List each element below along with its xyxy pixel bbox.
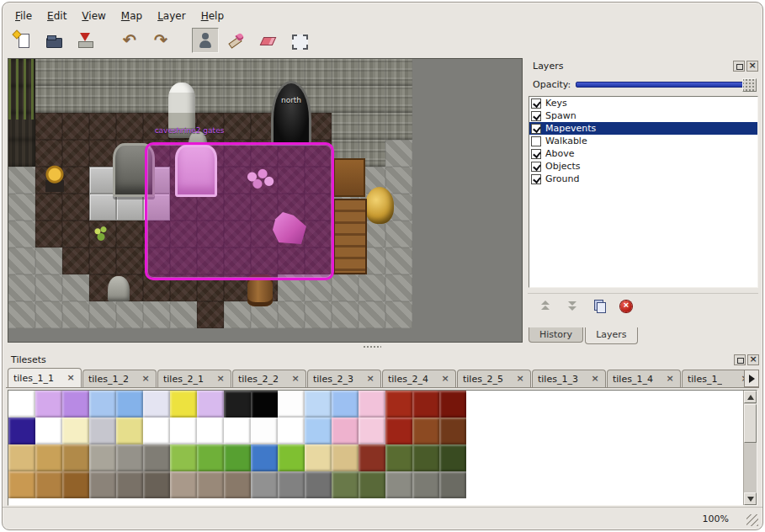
map-tile[interactable] — [8, 274, 35, 301]
palette-tile[interactable] — [439, 418, 466, 444]
map-viewport[interactable]: northcaveshrine2 gates — [8, 58, 523, 343]
palette-tile[interactable] — [62, 418, 89, 444]
tileset-tab-tiles_1_2[interactable]: tiles_1_2 — [82, 370, 157, 388]
palette-tile[interactable] — [143, 444, 170, 471]
duplicate-layer-button[interactable] — [588, 296, 610, 317]
palette-tile[interactable] — [332, 391, 359, 418]
map-tile[interactable] — [305, 301, 332, 328]
map-tile[interactable] — [62, 113, 89, 140]
map-tile[interactable] — [116, 86, 143, 113]
resize-grip[interactable] — [746, 514, 758, 526]
map-tile[interactable] — [62, 301, 89, 328]
palette-tile[interactable] — [62, 444, 89, 471]
map-tile[interactable] — [8, 301, 35, 328]
map-tile[interactable] — [35, 194, 62, 221]
palette-tile[interactable] — [35, 391, 62, 418]
map-tile[interactable] — [89, 113, 116, 140]
palette-tile[interactable] — [385, 418, 412, 444]
palette-tile[interactable] — [439, 391, 466, 418]
map-tile[interactable] — [35, 59, 62, 86]
palette-tile[interactable] — [116, 391, 143, 418]
palette-tile[interactable] — [278, 471, 305, 498]
map-tile[interactable] — [143, 301, 170, 328]
tab-close-icon[interactable] — [215, 375, 226, 385]
map-canvas[interactable]: northcaveshrine2 gates — [8, 59, 412, 328]
palette-tile[interactable] — [359, 391, 385, 418]
palette-tile[interactable] — [8, 471, 35, 498]
map-tile[interactable] — [359, 274, 385, 301]
tileset-tab-tiles_2_4[interactable]: tiles_2_4 — [382, 370, 456, 388]
palette-tile[interactable] — [224, 418, 251, 444]
map-tile[interactable] — [8, 167, 35, 194]
tab-close-icon[interactable] — [665, 375, 675, 385]
menu-view[interactable]: View — [74, 8, 113, 24]
palette-tile[interactable] — [305, 444, 332, 471]
layers-list[interactable]: KeysSpawnMapeventsWalkableAboveObjectsGr… — [529, 96, 758, 288]
map-object-crates[interactable] — [333, 158, 365, 197]
map-tile[interactable] — [143, 59, 170, 86]
palette-tile[interactable] — [251, 418, 278, 444]
map-tile[interactable] — [197, 59, 224, 86]
map-tile[interactable] — [8, 247, 35, 274]
map-tile[interactable] — [385, 301, 412, 328]
map-selection-rect[interactable] — [145, 142, 334, 280]
palette-tile[interactable] — [412, 471, 439, 498]
palette-tile[interactable] — [116, 444, 143, 471]
palette-tile[interactable] — [305, 418, 332, 444]
map-tile[interactable] — [62, 247, 89, 274]
palette-scrollbar[interactable] — [743, 391, 757, 505]
map-tile[interactable] — [116, 113, 143, 140]
horizontal-splitter[interactable] — [8, 343, 523, 352]
tileset-tab-tiles_1_4[interactable]: tiles_1_4 — [607, 370, 681, 388]
palette-tile[interactable] — [116, 471, 143, 498]
map-tile[interactable] — [62, 140, 89, 167]
map-tile[interactable] — [385, 221, 412, 247]
palette-tile[interactable] — [197, 418, 224, 444]
map-tile[interactable] — [359, 86, 385, 113]
map-object-grave-small[interactable] — [108, 276, 130, 301]
map-tile[interactable] — [35, 301, 62, 328]
lower-layer-button[interactable] — [561, 296, 583, 317]
map-tile[interactable] — [116, 194, 143, 221]
map-tile[interactable] — [224, 86, 251, 113]
map-tile[interactable] — [35, 247, 62, 274]
tab-close-icon[interactable] — [590, 375, 600, 385]
palette-tile[interactable] — [305, 471, 332, 498]
palette-tile[interactable] — [412, 418, 439, 444]
opacity-slider[interactable] — [576, 82, 757, 88]
redo-button[interactable]: ↷ — [147, 28, 174, 53]
tab-close-icon[interactable] — [290, 375, 300, 385]
map-tile[interactable] — [332, 301, 359, 328]
palette-tile[interactable] — [359, 471, 385, 498]
map-tile[interactable] — [89, 194, 116, 221]
map-tile[interactable] — [62, 86, 89, 113]
layer-visibility-checkbox[interactable] — [531, 162, 541, 172]
undo-button[interactable]: ↶ — [116, 28, 143, 53]
map-object-vines[interactable] — [8, 59, 35, 120]
layer-visibility-checkbox[interactable] — [531, 124, 541, 134]
map-object-plant[interactable] — [93, 224, 109, 242]
scroll-down-icon[interactable] — [744, 492, 757, 505]
map-tile[interactable] — [278, 301, 305, 328]
layer-visibility-checkbox[interactable] — [531, 149, 541, 159]
tab-history[interactable]: History — [529, 327, 583, 343]
palette-tile[interactable] — [224, 391, 251, 418]
palette-tile[interactable] — [62, 391, 89, 418]
palette-tile[interactable] — [170, 418, 197, 444]
stamp-button[interactable] — [192, 28, 219, 53]
palette-tile[interactable] — [332, 471, 359, 498]
palette-tile[interactable] — [251, 444, 278, 471]
map-tile[interactable] — [385, 274, 412, 301]
map-tile[interactable] — [224, 59, 251, 86]
map-tile[interactable] — [35, 221, 62, 247]
palette-tile[interactable] — [278, 444, 305, 471]
map-tile[interactable] — [8, 194, 35, 221]
tab-scroll-right-icon[interactable] — [744, 370, 759, 387]
palette-tile[interactable] — [412, 444, 439, 471]
map-tile[interactable] — [359, 301, 385, 328]
map-tile[interactable] — [359, 113, 385, 140]
map-tile[interactable] — [62, 167, 89, 194]
map-tile[interactable] — [62, 59, 89, 86]
map-tile[interactable] — [332, 86, 359, 113]
palette-tile[interactable] — [170, 471, 197, 498]
